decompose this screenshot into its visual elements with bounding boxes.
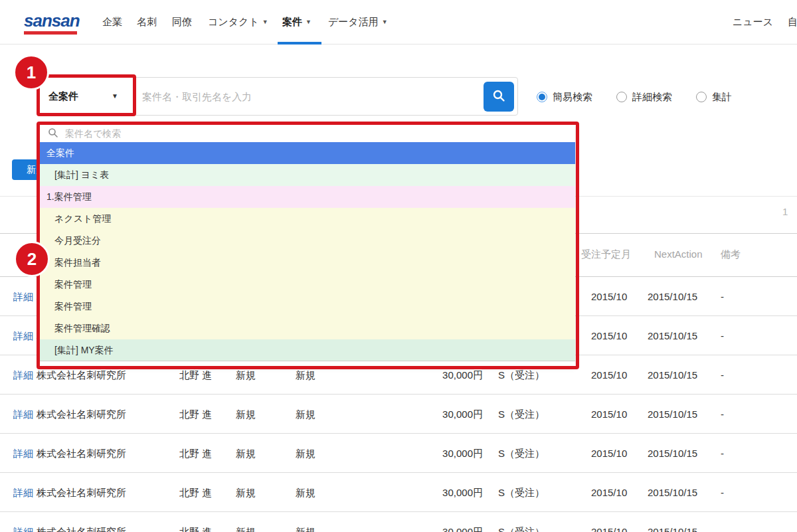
radio-aggregate[interactable]: 集計 bbox=[696, 90, 732, 104]
table-row: 詳細 株式会社名刺研究所 北野 進 新規 新規 30,000円 S（受注） 20… bbox=[0, 512, 797, 532]
order-month: 2015/10 bbox=[591, 316, 627, 355]
dropdown-item-next-management[interactable]: ネクスト管理 bbox=[40, 208, 575, 230]
detail-link[interactable]: 詳細 bbox=[13, 512, 33, 532]
deal-rank: S（受注） bbox=[498, 395, 545, 434]
nav-item-deals[interactable]: 案件▼ bbox=[282, 16, 311, 29]
dropdown-item-deal-owner[interactable]: 案件担当者 bbox=[40, 252, 575, 274]
sansan-logo[interactable]: sansan bbox=[24, 11, 80, 31]
deal-amount: 30,000円 bbox=[405, 512, 483, 532]
dropdown-item-this-month-orders[interactable]: 今月受注分 bbox=[40, 230, 575, 252]
detail-link[interactable]: 詳細 bbox=[13, 277, 33, 316]
deal-amount: 30,000円 bbox=[405, 473, 483, 512]
next-action-date: 2015/10/15 bbox=[648, 355, 697, 395]
deal-type: 新規 bbox=[236, 512, 256, 532]
dropdown-item-deal-management-check[interactable]: 案件管理確認 bbox=[40, 317, 575, 339]
detail-link[interactable]: 詳細 bbox=[13, 434, 33, 473]
owner-name: 北野 進 bbox=[179, 473, 212, 512]
dropdown-item-group-deal-management[interactable]: 1.案件管理 bbox=[40, 186, 575, 208]
next-action-date: 2015/10/15 bbox=[648, 473, 697, 512]
dropdown-item-aggregate-my-deals[interactable]: [集計] MY案件 bbox=[40, 339, 575, 361]
note: - bbox=[721, 395, 724, 434]
column-header-next-action: NextAction bbox=[654, 248, 703, 260]
chevron-down-icon: ▼ bbox=[306, 19, 311, 25]
note: - bbox=[721, 316, 724, 355]
note: - bbox=[721, 355, 724, 395]
search-icon bbox=[48, 128, 58, 141]
next-action-date: 2015/10/15 bbox=[648, 316, 697, 355]
order-month: 2015/10 bbox=[591, 434, 627, 473]
dropdown-item-aggregate-yomi[interactable]: [集計] ヨミ表 bbox=[40, 164, 575, 186]
radio-unselected-icon bbox=[616, 92, 627, 102]
company-name: 株式会社名刺研究所 bbox=[37, 395, 126, 434]
next-action-date: 2015/10/15 bbox=[648, 512, 697, 532]
deal-rank: S（受注） bbox=[498, 512, 545, 532]
note: - bbox=[721, 277, 724, 316]
detail-link[interactable]: 詳細 bbox=[13, 395, 33, 434]
annotation-step-1: 1 bbox=[13, 54, 49, 90]
deal-type: 新規 bbox=[236, 395, 256, 434]
order-month: 2015/10 bbox=[591, 277, 627, 316]
order-month: 2015/10 bbox=[591, 355, 627, 395]
nav-item-news[interactable]: ニュース bbox=[733, 16, 773, 29]
scope-selector-button[interactable]: 全案件 ▼ bbox=[37, 78, 137, 115]
search-mode-group: 簡易検索 詳細検索 集計 bbox=[537, 90, 732, 104]
deal-status: 新規 bbox=[296, 434, 315, 473]
scope-dropdown-panel: 全案件 [集計] ヨミ表 1.案件管理 ネクスト管理 今月受注分 案件担当者 案… bbox=[40, 125, 575, 366]
next-action-date: 2015/10/15 bbox=[648, 434, 697, 473]
deal-status: 新規 bbox=[296, 395, 315, 434]
next-action-date: 2015/10/15 bbox=[648, 395, 697, 434]
page: sansan 企業 名刺 同僚 コンタクト▼ 案件▼ データ活用▼ ニュース 自… bbox=[0, 0, 797, 532]
radio-detailed-search[interactable]: 詳細検索 bbox=[616, 90, 672, 104]
deal-amount: 30,000円 bbox=[405, 395, 483, 434]
nav-item-profile[interactable]: 自己紹介 bbox=[788, 16, 797, 29]
owner-name: 北野 進 bbox=[179, 395, 212, 434]
nav-item-contacts[interactable]: コンタクト▼ bbox=[208, 16, 268, 29]
dropdown-item-deal-management-2[interactable]: 案件管理 bbox=[40, 296, 575, 317]
chevron-down-icon: ▼ bbox=[262, 19, 268, 25]
next-action-date: 2015/10/15 bbox=[648, 277, 697, 316]
dropdown-search-row bbox=[40, 125, 575, 142]
order-month: 2015/10 bbox=[591, 395, 627, 434]
note: - bbox=[721, 512, 724, 532]
table-row: 詳細 株式会社名刺研究所 北野 進 新規 新規 30,000円 S（受注） 20… bbox=[0, 434, 797, 473]
active-tab-underline bbox=[278, 42, 321, 44]
note: - bbox=[721, 473, 724, 512]
deal-search-input[interactable] bbox=[142, 82, 478, 111]
column-header-order-month: 受注予定月 bbox=[581, 248, 631, 261]
detail-link[interactable]: 詳細 bbox=[13, 355, 33, 395]
logo-underline bbox=[24, 31, 77, 35]
detail-link[interactable]: 詳細 bbox=[13, 316, 33, 355]
top-nav: sansan 企業 名刺 同僚 コンタクト▼ 案件▼ データ活用▼ ニュース 自… bbox=[0, 0, 797, 44]
dropdown-item-all-deals[interactable]: 全案件 bbox=[40, 142, 575, 164]
deal-status: 新規 bbox=[296, 473, 315, 512]
chevron-down-icon: ▼ bbox=[382, 19, 388, 25]
deal-rank: S（受注） bbox=[498, 434, 545, 473]
radio-unselected-icon bbox=[696, 92, 707, 102]
search-icon bbox=[492, 89, 505, 104]
radio-selected-icon bbox=[537, 92, 547, 102]
detail-link[interactable]: 詳細 bbox=[13, 473, 33, 512]
deal-status: 新規 bbox=[296, 512, 315, 532]
scope-selector-value: 全案件 bbox=[48, 90, 78, 103]
order-month: 2015/10 bbox=[591, 473, 627, 512]
nav-item-data-utilization[interactable]: データ活用▼ bbox=[328, 16, 388, 29]
company-name: 株式会社名刺研究所 bbox=[37, 434, 126, 473]
search-button[interactable] bbox=[484, 82, 514, 112]
deal-search-bar: 全案件 ▼ bbox=[37, 77, 518, 116]
note: - bbox=[721, 434, 724, 473]
table-row: 詳細 株式会社名刺研究所 北野 進 新規 新規 30,000円 S（受注） 20… bbox=[0, 473, 797, 512]
column-header-note: 備考 bbox=[721, 248, 741, 261]
owner-name: 北野 進 bbox=[179, 512, 212, 532]
order-month: 2015/10 bbox=[591, 512, 627, 532]
company-name: 株式会社名刺研究所 bbox=[37, 473, 126, 512]
nav-item-companies[interactable]: 企業 bbox=[102, 16, 122, 29]
deal-rank: S（受注） bbox=[498, 473, 545, 512]
chevron-down-icon: ▼ bbox=[112, 92, 118, 100]
owner-name: 北野 進 bbox=[179, 434, 212, 473]
nav-item-colleagues[interactable]: 同僚 bbox=[172, 16, 192, 29]
dropdown-item-deal-management-1[interactable]: 案件管理 bbox=[40, 274, 575, 296]
radio-simple-search[interactable]: 簡易検索 bbox=[537, 90, 592, 104]
nav-item-business-cards[interactable]: 名刺 bbox=[137, 16, 157, 29]
dropdown-search-input[interactable] bbox=[65, 125, 557, 142]
pagination-page-number[interactable]: 1 bbox=[782, 206, 788, 217]
